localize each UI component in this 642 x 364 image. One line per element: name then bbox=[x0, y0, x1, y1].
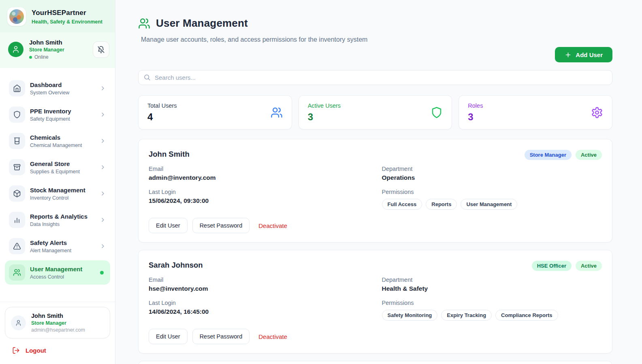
plus-icon bbox=[565, 51, 572, 58]
deactivate-button[interactable]: Deactivate bbox=[254, 222, 291, 229]
nav-subtitle: Supplies & Equipment bbox=[30, 169, 95, 175]
package-icon bbox=[13, 189, 21, 198]
stat-value: 3 bbox=[468, 111, 483, 123]
reset-password-button[interactable]: Reset Password bbox=[192, 329, 250, 344]
nav-title: Reports & Analytics bbox=[30, 213, 87, 220]
brand-header: YourHSEPartner Health, Safety & Environm… bbox=[0, 0, 115, 32]
sidebar-user-profile: John Smith Store Manager Online bbox=[0, 32, 115, 68]
nav-title: Safety Alerts bbox=[30, 239, 67, 246]
stat-label: Active Users bbox=[308, 102, 341, 109]
nav-title: PPE Inventory bbox=[30, 108, 71, 115]
field-value: hse@inventory.com bbox=[149, 285, 369, 292]
department-field: Department Health & Safety bbox=[382, 277, 602, 292]
field-label: Email bbox=[149, 277, 369, 283]
user-card: Mike Wilson Active bbox=[138, 361, 612, 364]
sidebar-item-safety-alerts[interactable]: Safety AlertsAlert Management bbox=[5, 234, 110, 258]
logout-button[interactable]: Logout bbox=[5, 338, 110, 364]
online-dot bbox=[29, 56, 32, 59]
last-login-field: Last Login 15/06/2024, 09:30:00 bbox=[149, 189, 369, 210]
email-field: Email hse@inventory.com bbox=[149, 277, 369, 292]
brand-name: YourHSEPartner bbox=[32, 9, 102, 17]
stat-card-active-users: Active Users 3 bbox=[299, 95, 452, 130]
stat-label: Roles bbox=[468, 102, 483, 109]
beaker-icon bbox=[13, 137, 21, 145]
field-label: Department bbox=[382, 277, 602, 283]
chevron-right-icon bbox=[100, 138, 106, 144]
sidebar-item-chemicals[interactable]: ChemicalsChemical Management bbox=[5, 129, 110, 153]
sidebar-nav: DashboardSystem Overview PPE InventorySa… bbox=[0, 68, 115, 287]
sidebar-item-stock-management[interactable]: Stock ManagementInventory Control bbox=[5, 181, 110, 206]
shield-icon bbox=[431, 106, 443, 119]
status-badge: Active bbox=[576, 261, 602, 271]
field-value: 15/06/2024, 09:30:00 bbox=[149, 197, 369, 204]
search-input[interactable] bbox=[138, 70, 612, 85]
status-badge: Active bbox=[576, 150, 602, 160]
chevron-right-icon bbox=[100, 243, 106, 249]
nav-title: General Store bbox=[30, 160, 70, 167]
sidebar-item-user-management[interactable]: User ManagementAccess Control bbox=[5, 260, 110, 285]
stat-card-total-users: Total Users 4 bbox=[138, 95, 292, 130]
nav-subtitle: Inventory Control bbox=[30, 195, 95, 201]
stat-card-roles: Roles 3 bbox=[459, 95, 612, 130]
nav-subtitle: Access Control bbox=[30, 274, 95, 280]
user-name: Sarah Johnson bbox=[149, 261, 203, 270]
home-icon bbox=[13, 84, 21, 92]
deactivate-button[interactable]: Deactivate bbox=[254, 333, 291, 340]
stat-label: Total Users bbox=[147, 102, 177, 109]
user-card: Sarah Johnson HSE Officer Active Email h… bbox=[138, 250, 612, 353]
nav-title: Stock Management bbox=[30, 187, 85, 194]
nav-subtitle: Alert Management bbox=[30, 248, 95, 253]
field-label: Last Login bbox=[149, 300, 369, 306]
nav-subtitle: Data Insights bbox=[30, 221, 95, 227]
field-label: Department bbox=[382, 166, 602, 172]
brand-tagline: Health, Safety & Environment bbox=[32, 19, 102, 25]
stat-value: 3 bbox=[308, 111, 341, 123]
person-icon bbox=[12, 45, 20, 53]
footer-profile-card[interactable]: John Smith Store Manager admin@hsepartne… bbox=[5, 307, 110, 338]
field-value: 14/06/2024, 16:45:00 bbox=[149, 308, 369, 315]
add-user-button[interactable]: Add User bbox=[555, 47, 612, 62]
permission-pill: Reports bbox=[426, 199, 457, 210]
nav-title: User Management bbox=[30, 266, 82, 272]
role-badge: Store Manager bbox=[525, 150, 572, 160]
main-content: User Management Manage user accounts, ro… bbox=[115, 0, 642, 364]
user-card: John Smith Store Manager Active Email ad… bbox=[138, 139, 612, 243]
nav-title: Dashboard bbox=[30, 81, 62, 88]
shield-icon bbox=[13, 111, 21, 119]
notifications-muted-button[interactable] bbox=[93, 41, 109, 58]
page-title: User Management bbox=[156, 17, 248, 30]
person-icon bbox=[15, 319, 22, 326]
permission-pill: User Management bbox=[461, 199, 517, 210]
sidebar-item-dashboard[interactable]: DashboardSystem Overview bbox=[5, 76, 110, 100]
logout-label: Logout bbox=[26, 347, 46, 354]
edit-user-button[interactable]: Edit User bbox=[149, 329, 188, 344]
field-value: admin@inventory.com bbox=[149, 174, 369, 181]
reset-password-button[interactable]: Reset Password bbox=[192, 218, 250, 233]
permission-pill: Compliance Reports bbox=[495, 310, 558, 321]
search-icon bbox=[143, 74, 151, 81]
edit-user-button[interactable]: Edit User bbox=[149, 218, 188, 233]
nav-subtitle: Safety Equipment bbox=[30, 116, 95, 122]
sidebar-item-ppe-inventory[interactable]: PPE InventorySafety Equipment bbox=[5, 102, 110, 127]
nav-subtitle: System Overview bbox=[30, 90, 95, 96]
users-icon bbox=[13, 268, 21, 277]
user-name: John Smith bbox=[149, 150, 190, 159]
sidebar-item-reports-analytics[interactable]: Reports & AnalyticsData Insights bbox=[5, 208, 110, 232]
add-user-label: Add User bbox=[576, 51, 603, 58]
field-value: Operations bbox=[382, 174, 602, 181]
department-field: Department Operations bbox=[382, 166, 602, 181]
logout-icon bbox=[12, 347, 20, 354]
field-label: Permissions bbox=[382, 300, 602, 306]
sidebar-footer: John Smith Store Manager admin@hsepartne… bbox=[0, 302, 115, 364]
permissions-field: Permissions Safety Monitoring Expiry Tra… bbox=[382, 300, 602, 321]
active-indicator-dot bbox=[100, 271, 104, 275]
sidebar-item-general-store[interactable]: General StoreSupplies & Equipment bbox=[5, 155, 110, 179]
bar-chart-icon bbox=[13, 216, 21, 224]
permission-pill: Expiry Tracking bbox=[441, 310, 492, 321]
globe-logo-icon bbox=[9, 9, 24, 24]
field-value: Health & Safety bbox=[382, 285, 602, 292]
footer-profile-role: Store Manager bbox=[31, 320, 85, 326]
chevron-right-icon bbox=[100, 217, 106, 223]
users-icon bbox=[271, 106, 283, 119]
last-login-field: Last Login 14/06/2024, 16:45:00 bbox=[149, 300, 369, 321]
